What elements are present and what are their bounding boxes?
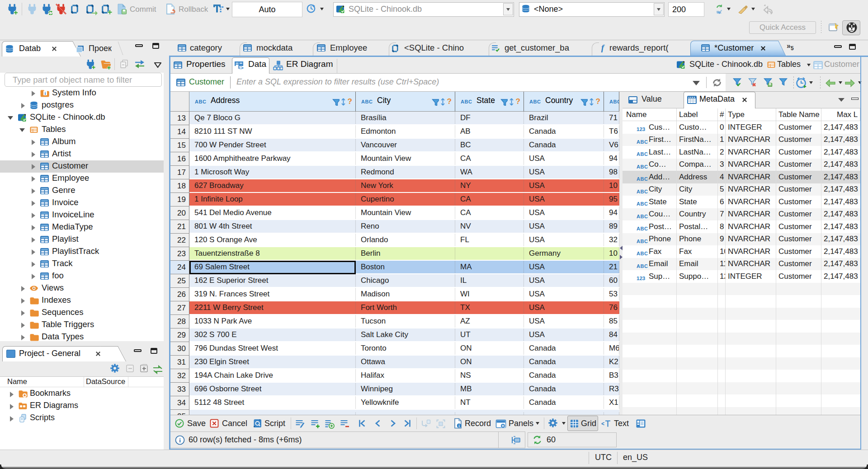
svg-text:<: < [601, 421, 604, 427]
svg-text:<>: <> [238, 65, 243, 70]
svg-text:i: i [458, 424, 460, 428]
svg-text:f: f [601, 43, 605, 52]
svg-text:i: i [45, 91, 46, 96]
svg-text:i: i [179, 437, 181, 444]
